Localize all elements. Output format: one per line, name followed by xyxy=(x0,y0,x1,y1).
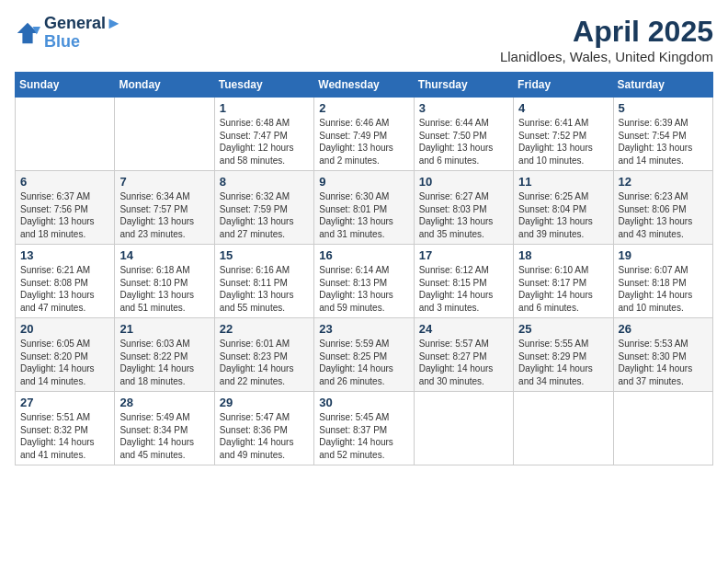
day-info: Sunrise: 5:47 AM Sunset: 8:36 PM Dayligh… xyxy=(220,411,309,461)
day-number: 18 xyxy=(518,248,608,262)
calendar-cell: 9Sunrise: 6:30 AM Sunset: 8:01 PM Daylig… xyxy=(314,171,414,245)
calendar-cell xyxy=(613,392,712,465)
day-number: 19 xyxy=(619,248,708,262)
calendar-cell: 12Sunrise: 6:23 AM Sunset: 8:06 PM Dayli… xyxy=(613,171,712,245)
weekday-header-tuesday: Tuesday xyxy=(214,73,313,98)
calendar-cell: 17Sunrise: 6:12 AM Sunset: 8:15 PM Dayli… xyxy=(414,245,513,318)
calendar-cell: 18Sunrise: 6:10 AM Sunset: 8:17 PM Dayli… xyxy=(514,245,613,318)
day-info: Sunrise: 6:21 AM Sunset: 8:08 PM Dayligh… xyxy=(20,264,109,314)
day-number: 4 xyxy=(518,101,608,115)
calendar-cell: 7Sunrise: 6:34 AM Sunset: 7:57 PM Daylig… xyxy=(115,171,214,245)
weekday-header-row: SundayMondayTuesdayWednesdayThursdayFrid… xyxy=(16,73,713,98)
calendar-cell: 21Sunrise: 6:03 AM Sunset: 8:22 PM Dayli… xyxy=(115,318,214,392)
day-number: 15 xyxy=(220,248,309,262)
day-number: 26 xyxy=(619,322,708,336)
day-number: 2 xyxy=(319,101,408,115)
calendar-title: April 2025 xyxy=(500,15,713,49)
calendar-week-row: 20Sunrise: 6:05 AM Sunset: 8:20 PM Dayli… xyxy=(16,318,713,392)
calendar-cell xyxy=(414,392,513,465)
calendar-table: SundayMondayTuesdayWednesdayThursdayFrid… xyxy=(15,72,713,465)
day-info: Sunrise: 6:12 AM Sunset: 8:15 PM Dayligh… xyxy=(419,264,508,314)
day-number: 25 xyxy=(518,322,608,336)
day-info: Sunrise: 6:44 AM Sunset: 7:50 PM Dayligh… xyxy=(419,117,508,167)
calendar-week-row: 6Sunrise: 6:37 AM Sunset: 7:56 PM Daylig… xyxy=(16,171,713,245)
day-info: Sunrise: 6:46 AM Sunset: 7:49 PM Dayligh… xyxy=(319,117,408,167)
day-number: 24 xyxy=(419,322,508,336)
day-info: Sunrise: 6:18 AM Sunset: 8:10 PM Dayligh… xyxy=(119,264,209,314)
calendar-cell xyxy=(115,98,214,171)
day-info: Sunrise: 5:57 AM Sunset: 8:27 PM Dayligh… xyxy=(419,338,508,387)
calendar-cell: 24Sunrise: 5:57 AM Sunset: 8:27 PM Dayli… xyxy=(414,318,513,392)
calendar-cell: 10Sunrise: 6:27 AM Sunset: 8:03 PM Dayli… xyxy=(414,171,513,245)
day-number: 1 xyxy=(220,101,309,115)
day-number: 11 xyxy=(518,175,608,189)
day-info: Sunrise: 6:16 AM Sunset: 8:11 PM Dayligh… xyxy=(220,264,309,314)
svg-marker-0 xyxy=(17,23,38,43)
day-info: Sunrise: 6:07 AM Sunset: 8:18 PM Dayligh… xyxy=(619,264,708,314)
calendar-cell: 30Sunrise: 5:45 AM Sunset: 8:37 PM Dayli… xyxy=(314,392,414,465)
weekday-header-friday: Friday xyxy=(514,73,613,98)
calendar-cell: 22Sunrise: 6:01 AM Sunset: 8:23 PM Dayli… xyxy=(214,318,313,392)
day-info: Sunrise: 5:51 AM Sunset: 8:32 PM Dayligh… xyxy=(20,411,109,461)
calendar-cell: 6Sunrise: 6:37 AM Sunset: 7:56 PM Daylig… xyxy=(16,171,115,245)
title-area: April 2025 Llanidloes, Wales, United Kin… xyxy=(500,15,713,64)
day-info: Sunrise: 6:37 AM Sunset: 7:56 PM Dayligh… xyxy=(20,190,109,240)
calendar-cell: 3Sunrise: 6:44 AM Sunset: 7:50 PM Daylig… xyxy=(414,98,513,171)
calendar-cell: 14Sunrise: 6:18 AM Sunset: 8:10 PM Dayli… xyxy=(115,245,214,318)
day-number: 5 xyxy=(619,101,708,115)
day-info: Sunrise: 6:48 AM Sunset: 7:47 PM Dayligh… xyxy=(220,117,309,167)
calendar-cell: 29Sunrise: 5:47 AM Sunset: 8:36 PM Dayli… xyxy=(214,392,313,465)
day-number: 7 xyxy=(119,175,209,189)
day-info: Sunrise: 5:55 AM Sunset: 8:29 PM Dayligh… xyxy=(518,338,608,387)
day-number: 12 xyxy=(619,175,708,189)
day-number: 8 xyxy=(220,175,309,189)
weekday-header-wednesday: Wednesday xyxy=(314,73,414,98)
day-info: Sunrise: 6:14 AM Sunset: 8:13 PM Dayligh… xyxy=(319,264,408,314)
weekday-header-saturday: Saturday xyxy=(613,73,712,98)
day-number: 14 xyxy=(119,248,209,262)
calendar-cell: 19Sunrise: 6:07 AM Sunset: 8:18 PM Dayli… xyxy=(613,245,712,318)
calendar-cell: 27Sunrise: 5:51 AM Sunset: 8:32 PM Dayli… xyxy=(16,392,115,465)
page-header: General► Blue April 2025 Llanidloes, Wal… xyxy=(15,15,713,64)
calendar-cell: 16Sunrise: 6:14 AM Sunset: 8:13 PM Dayli… xyxy=(314,245,414,318)
day-number: 20 xyxy=(20,322,109,336)
calendar-week-row: 1Sunrise: 6:48 AM Sunset: 7:47 PM Daylig… xyxy=(16,98,713,171)
day-info: Sunrise: 6:25 AM Sunset: 8:04 PM Dayligh… xyxy=(518,190,608,240)
day-info: Sunrise: 6:05 AM Sunset: 8:20 PM Dayligh… xyxy=(20,338,109,387)
calendar-cell: 5Sunrise: 6:39 AM Sunset: 7:54 PM Daylig… xyxy=(613,98,712,171)
day-info: Sunrise: 6:39 AM Sunset: 7:54 PM Dayligh… xyxy=(619,117,708,167)
calendar-cell: 25Sunrise: 5:55 AM Sunset: 8:29 PM Dayli… xyxy=(514,318,613,392)
day-info: Sunrise: 5:45 AM Sunset: 8:37 PM Dayligh… xyxy=(319,411,408,461)
day-number: 28 xyxy=(119,396,209,409)
day-info: Sunrise: 6:01 AM Sunset: 8:23 PM Dayligh… xyxy=(220,338,309,387)
logo-icon xyxy=(15,20,40,46)
day-info: Sunrise: 6:03 AM Sunset: 8:22 PM Dayligh… xyxy=(119,338,209,387)
day-info: Sunrise: 5:59 AM Sunset: 8:25 PM Dayligh… xyxy=(319,338,408,387)
day-number: 29 xyxy=(220,396,309,409)
calendar-subtitle: Llanidloes, Wales, United Kingdom xyxy=(500,49,713,64)
weekday-header-monday: Monday xyxy=(115,73,214,98)
day-info: Sunrise: 5:49 AM Sunset: 8:34 PM Dayligh… xyxy=(119,411,209,461)
calendar-cell: 8Sunrise: 6:32 AM Sunset: 7:59 PM Daylig… xyxy=(214,171,313,245)
day-info: Sunrise: 6:23 AM Sunset: 8:06 PM Dayligh… xyxy=(619,190,708,240)
weekday-header-thursday: Thursday xyxy=(414,73,513,98)
day-number: 6 xyxy=(20,175,109,189)
day-number: 9 xyxy=(319,175,408,189)
calendar-cell: 28Sunrise: 5:49 AM Sunset: 8:34 PM Dayli… xyxy=(115,392,214,465)
calendar-cell: 11Sunrise: 6:25 AM Sunset: 8:04 PM Dayli… xyxy=(514,171,613,245)
calendar-cell: 26Sunrise: 5:53 AM Sunset: 8:30 PM Dayli… xyxy=(613,318,712,392)
day-number: 13 xyxy=(20,248,109,262)
day-number: 23 xyxy=(319,322,408,336)
logo-text: General► Blue xyxy=(44,15,122,52)
day-number: 30 xyxy=(319,396,408,409)
day-info: Sunrise: 6:10 AM Sunset: 8:17 PM Dayligh… xyxy=(518,264,608,314)
day-info: Sunrise: 6:41 AM Sunset: 7:52 PM Dayligh… xyxy=(518,117,608,167)
calendar-cell: 13Sunrise: 6:21 AM Sunset: 8:08 PM Dayli… xyxy=(16,245,115,318)
calendar-cell: 15Sunrise: 6:16 AM Sunset: 8:11 PM Dayli… xyxy=(214,245,313,318)
day-info: Sunrise: 6:34 AM Sunset: 7:57 PM Dayligh… xyxy=(119,190,209,240)
calendar-cell: 4Sunrise: 6:41 AM Sunset: 7:52 PM Daylig… xyxy=(514,98,613,171)
calendar-cell: 1Sunrise: 6:48 AM Sunset: 7:47 PM Daylig… xyxy=(214,98,313,171)
calendar-cell xyxy=(514,392,613,465)
day-number: 17 xyxy=(419,248,508,262)
calendar-cell: 20Sunrise: 6:05 AM Sunset: 8:20 PM Dayli… xyxy=(16,318,115,392)
